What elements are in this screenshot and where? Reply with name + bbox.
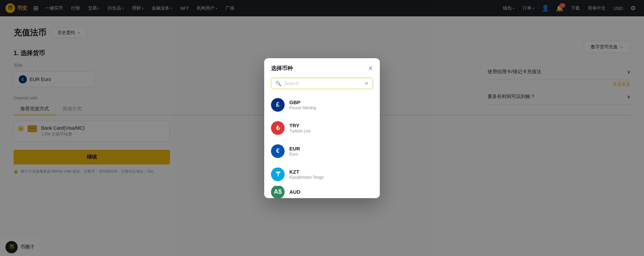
- eur-icon-modal: €: [271, 144, 285, 158]
- currency-item-kzt[interactable]: ₸ KZT Kazakhstani Tenge: [264, 163, 380, 186]
- try-code: TRY: [289, 123, 310, 128]
- aud-icon: A$: [271, 186, 285, 198]
- aud-info: AUD: [289, 189, 301, 195]
- currency-item-aud[interactable]: A$ AUD: [264, 186, 380, 198]
- modal-overlay[interactable]: 选择币种 ✕ 🔍 ✕ £ GBP Pound Sterling ₺ TRY: [0, 0, 644, 256]
- gbp-icon: £: [271, 98, 285, 112]
- currency-item-try[interactable]: ₺ TRY Turkish Lira: [264, 116, 380, 140]
- kzt-code: KZT: [289, 169, 324, 175]
- gbp-name: Pound Sterling: [289, 106, 316, 110]
- clear-icon[interactable]: ✕: [365, 81, 369, 86]
- try-info: TRY Turkish Lira: [289, 123, 310, 133]
- modal-close-button[interactable]: ✕: [368, 65, 373, 71]
- currency-item-gbp[interactable]: £ GBP Pound Sterling: [264, 93, 380, 116]
- eur-info: EUR Euro: [289, 146, 300, 157]
- currency-select-modal: 选择币种 ✕ 🔍 ✕ £ GBP Pound Sterling ₺ TRY: [264, 58, 380, 198]
- try-icon: ₺: [271, 121, 285, 135]
- search-icon: 🔍: [275, 81, 281, 86]
- kzt-icon: ₸: [271, 167, 285, 181]
- kzt-info: KZT Kazakhstani Tenge: [289, 169, 324, 180]
- currency-item-eur[interactable]: € EUR Euro: [264, 140, 380, 163]
- eur-code: EUR: [289, 146, 300, 151]
- modal-title: 选择币种: [271, 65, 293, 72]
- modal-search-box[interactable]: 🔍 ✕: [271, 78, 373, 89]
- aud-code: AUD: [289, 189, 301, 195]
- eur-name: Euro: [289, 152, 300, 157]
- kzt-name: Kazakhstani Tenge: [289, 175, 324, 180]
- search-input[interactable]: [284, 81, 362, 86]
- modal-header: 选择币种 ✕: [264, 58, 380, 78]
- gbp-code: GBP: [289, 99, 316, 105]
- try-name: Turkish Lira: [289, 129, 310, 133]
- gbp-info: GBP Pound Sterling: [289, 99, 316, 110]
- currency-list: £ GBP Pound Sterling ₺ TRY Turkish Lira …: [264, 93, 380, 198]
